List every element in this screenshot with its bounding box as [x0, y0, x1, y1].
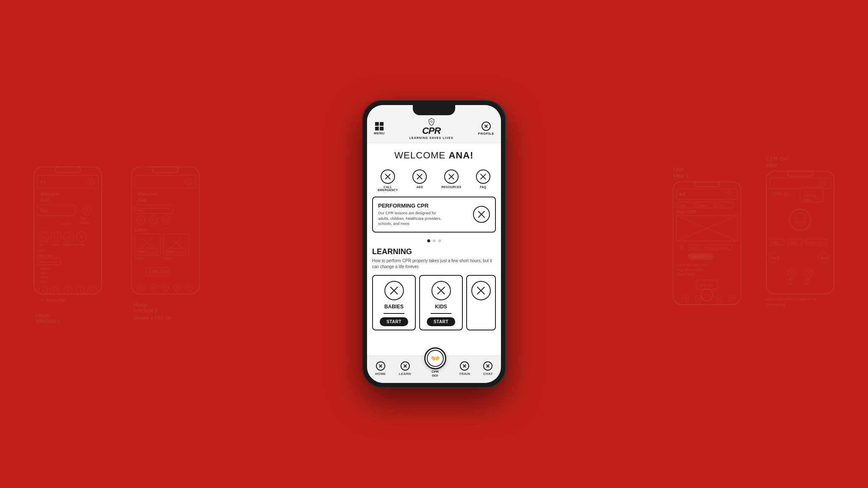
svg-text:Learn: Learn — [167, 250, 175, 252]
welcome-user: ANA! — [448, 150, 473, 161]
faq-icon — [476, 169, 490, 184]
svg-text:Kids CPR: Kids CPR — [676, 209, 697, 214]
learn-icon — [401, 361, 410, 371]
svg-text:Live Instructions in case of a: Live Instructions in case of an — [766, 297, 817, 301]
train-label: TRAIN — [459, 372, 470, 376]
svg-point-121 — [683, 193, 685, 196]
aed-label: AED — [416, 186, 423, 189]
quick-action-call[interactable]: CALL EMERGENCY — [378, 169, 398, 191]
logo-shield-icon — [428, 118, 435, 125]
cpr-go-inner: 👐 — [427, 350, 444, 367]
svg-text:Welcome: Welcome — [138, 191, 157, 197]
welcome-text: WELCOME — [395, 150, 446, 161]
quick-action-faq[interactable]: FAQ — [476, 169, 490, 191]
learning-title: LEARNING — [372, 247, 496, 256]
svg-text:Welcome: Welcome — [40, 191, 60, 197]
nav-home[interactable]: HOME — [375, 361, 386, 376]
dot-1 — [427, 239, 430, 242]
svg-text:CRR: CRR — [804, 278, 811, 281]
svg-text:Other: Other — [37, 249, 46, 252]
svg-text:Lessons & CRR Go!: Lessons & CRR Go! — [134, 316, 172, 320]
profile-section[interactable]: PROFILE — [478, 122, 494, 136]
svg-text:Font & Visuals: Font & Visuals — [709, 247, 728, 250]
learning-subtitle: How to perform CPR properly takes just a… — [372, 258, 496, 270]
svg-text:Infant: Infant — [135, 256, 144, 260]
svg-text:- Adults: - Adults — [39, 276, 49, 279]
dot-3 — [438, 239, 441, 242]
quick-actions: CALL EMERGENCY AED RESOURCES FAQ — [367, 166, 501, 197]
cpr-go-hands-icon: 👐 — [431, 354, 440, 363]
menu-label: MENU — [374, 131, 385, 135]
svg-text:Go!: Go! — [787, 282, 792, 285]
svg-text:CPR Go!: CPR Go! — [699, 283, 713, 287]
svg-text:Pets: Pets — [718, 204, 725, 207]
kids-divider — [431, 313, 452, 314]
svg-text:News: News — [80, 221, 89, 225]
svg-text:Ana!: Ana! — [138, 197, 147, 202]
svg-text:Interface 2: Interface 2 — [134, 308, 158, 313]
kids-card[interactable]: KIDS START — [419, 275, 463, 330]
svg-text:- Kids: - Kids — [39, 272, 47, 274]
svg-point-153 — [701, 289, 713, 301]
kids-icon — [431, 281, 451, 300]
babies-card[interactable]: BABIES START — [372, 275, 416, 330]
svg-text:Idea: Idea — [766, 162, 777, 168]
adults-card[interactable] — [466, 275, 496, 330]
svg-text:to go next or back: to go next or back — [676, 268, 704, 272]
menu-section[interactable]: MENU — [374, 122, 385, 135]
svg-text:CPR Go!: CPR Go! — [766, 155, 788, 162]
svg-text:Go!: Go! — [804, 282, 809, 285]
quick-action-resources[interactable]: RESOURCES — [442, 169, 462, 191]
cpr-go-button[interactable]: 👐 — [424, 347, 446, 369]
nav-learn[interactable]: LEARN — [399, 361, 411, 376]
nav-cpr-go[interactable]: 👐 CPRGO! — [424, 347, 446, 378]
babies-start-button[interactable]: START — [380, 317, 408, 326]
sketch-phone-right-1: .sk { stroke: #c8403a; stroke-width: 1.5… — [665, 163, 749, 325]
svg-text:Learn: Learn — [139, 250, 146, 252]
svg-rect-64 — [135, 175, 196, 188]
babies-icon — [384, 281, 404, 300]
svg-text:Pause: Pause — [789, 241, 797, 244]
svg-point-120 — [679, 193, 682, 196]
dot-2 — [433, 239, 436, 242]
nav-chat[interactable]: CHAT — [483, 361, 493, 376]
svg-point-19 — [69, 223, 71, 225]
svg-text:Interface 1: Interface 1 — [36, 318, 60, 324]
svg-text:Now!: Now! — [804, 198, 811, 202]
svg-text:Audio: Audio — [771, 241, 779, 244]
quick-action-aed[interactable]: AED — [412, 169, 427, 191]
screen-content[interactable]: WELCOME ANA! CALL EMERGENCY AED — [367, 143, 501, 355]
svg-rect-63 — [153, 167, 178, 173]
svg-text:Audio: Audio — [689, 247, 697, 250]
cpr-go-label: CPRGO! — [431, 370, 439, 378]
svg-text:Ana!: Ana! — [40, 197, 50, 202]
svg-text:Resources: Resources — [37, 254, 53, 258]
profile-icon — [481, 122, 491, 131]
featured-card-text: PERFORMING CPR Our CPR lessons are desig… — [378, 202, 446, 227]
svg-point-17 — [60, 223, 63, 225]
svg-text:Home: Home — [134, 302, 147, 308]
svg-text:Lear: Lear — [673, 166, 684, 172]
home-icon — [376, 361, 385, 371]
nav-train[interactable]: TRAIN — [459, 361, 470, 376]
learn-label: LEARN — [399, 372, 411, 376]
svg-text:Adults: Adults — [698, 204, 707, 207]
svg-text:Tips: Tips — [80, 216, 87, 220]
kids-start-button[interactable]: START — [427, 317, 455, 326]
svg-rect-0 — [34, 167, 102, 294]
phone-notch — [413, 105, 455, 115]
sketch-phone-left-2: .sk { stroke: #c8403a; stroke-width: 1.5… — [123, 163, 208, 325]
svg-text:Learn: Learn — [135, 227, 147, 232]
svg-rect-1 — [55, 167, 81, 173]
svg-point-201 — [430, 121, 432, 123]
featured-card-icon — [473, 206, 490, 223]
featured-card[interactable]: PERFORMING CPR Our CPR lessons are desig… — [372, 197, 496, 233]
main-phone: MENU CPR LEARNING SAVES LIVES PRO — [362, 100, 506, 388]
learning-cards: BABIES START KIDS START — [372, 275, 496, 330]
svg-text:Main Lessons: Main Lessons — [39, 261, 58, 263]
call-emergency-label: CALL EMERGENCY — [378, 186, 398, 191]
train-icon — [460, 361, 469, 371]
svg-point-18 — [64, 223, 67, 225]
svg-rect-2 — [37, 175, 98, 188]
svg-rect-165 — [787, 171, 813, 176]
